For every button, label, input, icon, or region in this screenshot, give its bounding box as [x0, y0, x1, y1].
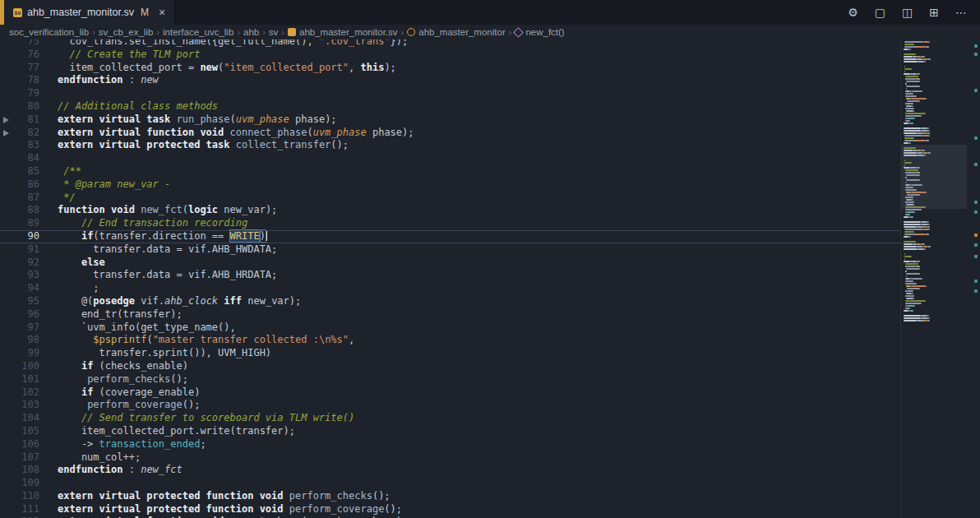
line-number[interactable]: 93 [15, 269, 39, 282]
code-line[interactable]: 77 item_collected_port = new("item_colle… [0, 62, 900, 75]
glyph-margin[interactable] [0, 74, 15, 87]
code-line[interactable]: 104 // Send transfer to scoreboard via T… [0, 412, 900, 425]
glyph-margin[interactable] [0, 295, 15, 308]
line-number[interactable]: 107 [15, 451, 39, 465]
glyph-margin[interactable] [0, 178, 15, 192]
code-line[interactable]: 95 @(posedge vif.ahb_clock iff new_var); [0, 295, 900, 308]
breadcrumb-item-ahb-master-monitor-sv[interactable]: ahb_master_monitor.sv [287, 27, 399, 37]
glyph-margin[interactable] [0, 503, 15, 516]
code-line[interactable]: 108endfunction : new_fct [0, 464, 900, 477]
line-number[interactable]: 91 [15, 243, 39, 257]
code-line[interactable]: 110extern virtual protected function voi… [0, 490, 900, 503]
glyph-margin[interactable] [0, 139, 15, 152]
line-number[interactable]: 75 [15, 39, 39, 49]
code-line[interactable]: 78endfunction : new [0, 74, 900, 87]
glyph-margin[interactable] [0, 386, 15, 400]
code-line[interactable]: 102 if (coverage_enable) [0, 386, 900, 400]
line-number[interactable]: 80 [15, 100, 39, 113]
line-number[interactable]: 100 [15, 360, 39, 373]
open-preview-icon[interactable]: ▢ [875, 7, 885, 18]
code-line[interactable]: 79 [0, 87, 900, 100]
glyph-margin[interactable] [0, 87, 15, 100]
line-number[interactable]: 102 [15, 386, 39, 400]
tab-ahb-master-monitor[interactable]: sv ahb_master_monitor.sv M × [4, 0, 175, 25]
line-number[interactable]: 104 [15, 412, 39, 425]
glyph-margin[interactable] [0, 282, 15, 295]
code-line[interactable]: 86 * @param new_var - [0, 178, 900, 192]
glyph-margin[interactable] [0, 100, 15, 113]
line-number[interactable]: 83 [15, 139, 39, 152]
code-line[interactable]: 80// Additional class methods [0, 100, 900, 113]
glyph-margin[interactable] [0, 204, 15, 217]
line-number[interactable]: 76 [15, 49, 39, 62]
line-number[interactable]: 111 [15, 503, 39, 516]
line-number[interactable]: 103 [15, 399, 39, 412]
line-number[interactable]: 95 [15, 295, 39, 308]
glyph-margin[interactable] [0, 113, 15, 127]
code-line[interactable]: 93 transfer.data = vif.AHB_HRDATA; [0, 269, 900, 282]
glyph-margin[interactable] [0, 192, 15, 205]
code-area[interactable]: 75 cov_trans.set_inst_name({get_full_nam… [0, 39, 900, 518]
breadcrumb-item-new-fct-[interactable]: new_fct() [514, 27, 565, 37]
code-line[interactable]: 84 [0, 152, 900, 165]
breadcrumb-item-ahb-master-monitor[interactable]: ahb_master_monitor [406, 27, 506, 37]
line-number[interactable]: 106 [15, 438, 39, 451]
line-number[interactable]: 101 [15, 373, 39, 386]
glyph-margin[interactable] [0, 243, 15, 257]
glyph-margin[interactable] [0, 360, 15, 373]
close-tab-icon[interactable]: × [159, 7, 165, 18]
line-number[interactable]: 90 [15, 230, 39, 243]
glyph-margin[interactable] [0, 269, 15, 282]
glyph-margin[interactable] [0, 230, 15, 243]
more-actions-icon[interactable]: ⋯ [955, 7, 967, 18]
glyph-margin[interactable] [0, 217, 15, 230]
code-line[interactable]: 85 /** [0, 165, 900, 178]
breadcrumb-item-sv[interactable]: sv [268, 27, 280, 37]
glyph-margin[interactable] [0, 451, 15, 465]
line-number[interactable]: 77 [15, 62, 39, 75]
glyph-margin[interactable] [0, 334, 15, 347]
line-number[interactable]: 86 [15, 178, 39, 192]
code-line[interactable]: 103 perform_coverage(); [0, 399, 900, 412]
line-number[interactable]: 78 [15, 74, 39, 87]
glyph-margin[interactable] [0, 321, 15, 335]
line-number[interactable]: 98 [15, 334, 39, 347]
glyph-margin[interactable] [0, 477, 15, 490]
line-number[interactable]: 92 [15, 257, 39, 270]
glyph-margin[interactable] [0, 412, 15, 425]
split-editor-icon[interactable]: ◫ [902, 7, 913, 18]
code-line[interactable]: 107 num_col++; [0, 451, 900, 465]
glyph-margin[interactable] [0, 39, 15, 49]
code-line[interactable]: 92 else [0, 257, 900, 270]
minimap-viewport[interactable] [901, 145, 967, 209]
layout-grid-icon[interactable]: ⊞ [929, 7, 939, 18]
glyph-margin[interactable] [0, 464, 15, 477]
line-number[interactable]: 88 [15, 204, 39, 217]
code-line[interactable]: 89 // End transaction recording [0, 217, 900, 230]
code-line[interactable]: 109 [0, 477, 900, 490]
code-line[interactable]: 98 $psprintf("master transfer collected … [0, 334, 900, 347]
code-line[interactable]: 82extern virtual function void connect_p… [0, 127, 900, 140]
breadcrumb-item-sv-cb-ex-lib[interactable]: sv_cb_ex_lib [98, 27, 154, 37]
line-number[interactable]: 84 [15, 152, 39, 165]
glyph-margin[interactable] [0, 308, 15, 321]
line-number[interactable]: 96 [15, 308, 39, 321]
line-number[interactable]: 82 [15, 127, 39, 140]
glyph-margin[interactable] [0, 62, 15, 75]
line-number[interactable]: 79 [15, 87, 39, 100]
code-line[interactable]: 91 transfer.data = vif.AHB_HWDATA; [0, 243, 900, 257]
line-number[interactable]: 110 [15, 490, 39, 503]
glyph-margin[interactable] [0, 127, 15, 140]
line-number[interactable]: 81 [15, 113, 39, 127]
code-line[interactable]: 111extern virtual protected function voi… [0, 503, 900, 516]
glyph-margin[interactable] [0, 165, 15, 178]
code-line[interactable]: 105 item_collected_port.write(transfer); [0, 425, 900, 438]
glyph-margin[interactable] [0, 257, 15, 270]
code-line[interactable]: 97 `uvm_info(get_type_name(), [0, 321, 900, 335]
code-line[interactable]: 96 end_tr(transfer); [0, 308, 900, 321]
code-line[interactable]: 76 // Create the TLM port [0, 49, 900, 62]
glyph-margin[interactable] [0, 373, 15, 386]
code-editor[interactable]: 75 cov_trans.set_inst_name({get_full_nam… [0, 39, 980, 518]
line-number[interactable]: 87 [15, 192, 39, 205]
glyph-margin[interactable] [0, 152, 15, 165]
